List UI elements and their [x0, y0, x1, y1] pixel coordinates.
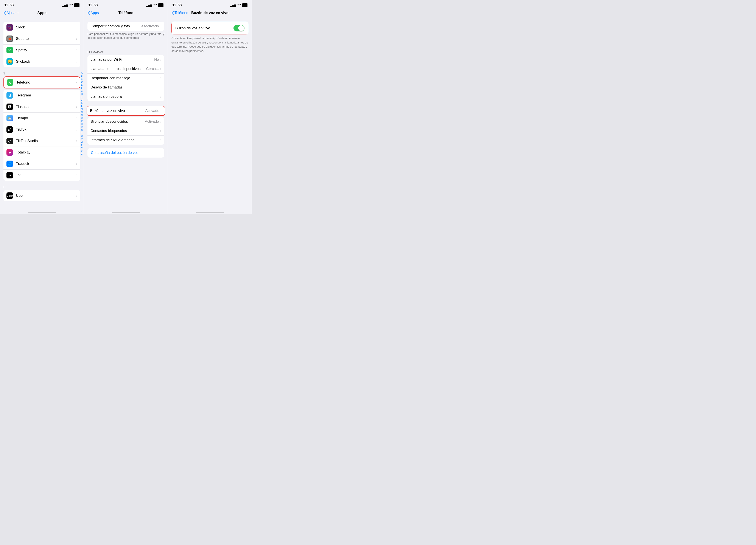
- list-item[interactable]: 🍎 Soporte ›: [3, 33, 80, 45]
- signal-icon-2: ▂▄▆: [146, 4, 152, 7]
- wifi-icon-2: [154, 3, 157, 7]
- list-item[interactable]: Informes de SMS/llamadas ›: [87, 136, 164, 145]
- otros-value: Cerca...: [146, 67, 159, 71]
- svg-rect-4: [8, 80, 12, 85]
- voicemail-label: Buzón de voz en vivo: [90, 109, 145, 113]
- share-item[interactable]: Compartir nombre y foto Desactivado ›: [87, 22, 164, 31]
- chevron-icon: ›: [76, 173, 77, 177]
- telefono-highlight: Teléfono ›: [3, 76, 80, 89]
- list-item[interactable]: Contactos bloqueados ›: [87, 126, 164, 136]
- bottom-padding: [84, 158, 168, 166]
- panel-1: 12:53 ▂▄▆ 96 Ajustes Apps: [0, 0, 84, 215]
- chevron-icon: ›: [161, 109, 162, 113]
- panel1-scroll[interactable]: Slack › 🍎 Soporte › Spotify: [0, 17, 84, 210]
- app-name: Uber: [16, 194, 76, 198]
- list-item[interactable]: Llamadas por Wi-Fi No ›: [87, 55, 164, 64]
- desvio: Desvío de llamadas: [90, 85, 160, 90]
- status-icons-3: ▂▄▆ 94: [230, 3, 247, 7]
- panel-3: 12:58 ▂▄▆ 94 Teléfono Buzón de voz en vi…: [168, 0, 252, 215]
- home-indicator-3: [168, 210, 252, 215]
- toggle-section: Buzón de voz en vivo Consulta en tiempo …: [168, 22, 252, 53]
- responder-mensaje: Responder con mensaje: [90, 76, 160, 80]
- voicemail-section: Buzón de voz en vivo Activado ›: [84, 106, 168, 116]
- telefono-icon: [7, 79, 13, 86]
- list-item[interactable]: 😊 Sticker.ly ›: [3, 56, 80, 67]
- list-item[interactable]: Uber Uber ›: [3, 190, 80, 201]
- wifi-icon: [70, 3, 73, 7]
- svg-point-3: [8, 48, 12, 52]
- app-name: Slack: [16, 25, 76, 30]
- list-item[interactable]: Responder con mensaje ›: [87, 74, 164, 83]
- home-indicator-2: [84, 210, 168, 215]
- nav-bar-3: Teléfono Buzón de voz en vivo: [168, 9, 252, 17]
- home-bar: [28, 212, 56, 213]
- signal-icon: ▂▄▆: [62, 4, 68, 7]
- app-name: Sticker.ly: [16, 59, 76, 64]
- chevron-icon: ›: [160, 138, 161, 142]
- app-name: Soporte: [16, 37, 76, 41]
- svg-rect-5: [8, 93, 12, 98]
- app-name: Teléfono: [16, 80, 76, 85]
- bottom-padding: [168, 53, 252, 62]
- list-item[interactable]: ▶ Totalplay ›: [3, 147, 80, 158]
- back-button-2[interactable]: Apps: [87, 11, 105, 15]
- list-item[interactable]: Desvío de llamadas ›: [87, 83, 164, 92]
- list-item[interactable]: TikTok ›: [3, 124, 80, 135]
- bottom-padding: [0, 201, 84, 210]
- voicemail-item[interactable]: Buzón de voz en vivo Activado ›: [87, 106, 165, 115]
- list-item[interactable]: Llamadas en otros dispositivos Cerca... …: [87, 64, 164, 74]
- svg-rect-0: [8, 25, 12, 29]
- u-apps-list: Uber Uber ›: [3, 190, 80, 201]
- wifi-icon-3: [238, 3, 241, 7]
- share-label: Compartir nombre y foto: [90, 24, 139, 28]
- chevron-icon: ›: [76, 48, 77, 52]
- list-item[interactable]: Silenciar desconocidos Activado ›: [87, 117, 164, 126]
- list-item[interactable]: Llamada en espera ›: [87, 92, 164, 101]
- tiktok-studio-icon: [6, 138, 13, 144]
- list-item[interactable]: ⛅ Tiempo ›: [3, 113, 80, 124]
- time-3: 12:58: [172, 3, 182, 7]
- soporte-icon: 🍎: [6, 36, 13, 42]
- list-item[interactable]: TikTok Studio ›: [3, 135, 80, 147]
- voicemail-value: Activado: [145, 109, 159, 113]
- list-item[interactable]: Threads ›: [3, 101, 80, 113]
- extra-settings-card: Silenciar desconocidos Activado › Contac…: [87, 117, 164, 145]
- list-item[interactable]: tv TV ›: [3, 170, 80, 181]
- panel-2: 12:58 ▂▄▆ 94 Apps Teléfono Compartir nom…: [84, 0, 168, 215]
- chevron-icon: ›: [76, 25, 77, 29]
- password-item[interactable]: Contraseña del buzón de voz: [87, 148, 164, 158]
- telefono-highlight-wrap: Teléfono ›: [3, 76, 80, 89]
- panel3-scroll[interactable]: Buzón de voz en vivo Consulta en tiempo …: [168, 17, 252, 210]
- list-item[interactable]: 🌐 Traducir ›: [3, 158, 80, 170]
- scroll-index[interactable]: A B C D E F G H I J K L M N Ñ O P Q R S …: [80, 72, 83, 156]
- status-icons-1: ▂▄▆ 96: [62, 3, 79, 7]
- status-bar-1: 12:53 ▂▄▆ 96: [0, 0, 84, 9]
- llamada-espera: Llamada en espera: [90, 95, 160, 99]
- back-button-1[interactable]: Ajustes: [3, 11, 21, 15]
- sms-label: Informes de SMS/llamadas: [90, 138, 160, 142]
- back-button-3[interactable]: Teléfono: [171, 11, 189, 15]
- share-section: Compartir nombre y foto Desactivado › Pa…: [84, 22, 168, 42]
- telegram-icon: [6, 92, 13, 99]
- list-item[interactable]: Telegram ›: [3, 90, 80, 101]
- panel2-scroll[interactable]: Compartir nombre y foto Desactivado › Pa…: [84, 17, 168, 210]
- toggle-switch[interactable]: [233, 25, 244, 31]
- status-bar-2: 12:58 ▂▄▆ 94: [84, 0, 168, 9]
- calls-card: Llamadas por Wi-Fi No › Llamadas en otro…: [87, 55, 164, 101]
- toggle-row[interactable]: Buzón de voz en vivo: [172, 22, 248, 34]
- chevron-left-icon: [3, 11, 6, 15]
- chevron-left-icon: [171, 11, 174, 15]
- chevron-icon: ›: [160, 24, 161, 28]
- section-s: Slack › 🍎 Soporte › Spotify: [0, 22, 84, 67]
- list-item[interactable]: Spotify ›: [3, 45, 80, 56]
- battery-1: 96: [74, 3, 79, 7]
- chevron-icon: ›: [160, 67, 161, 71]
- chevron-icon: ›: [76, 139, 77, 143]
- contacts-label: Contactos bloqueados: [90, 129, 160, 133]
- list-item-telefono[interactable]: Teléfono ›: [4, 77, 80, 88]
- tv-icon: tv: [6, 172, 13, 179]
- battery-2: 94: [158, 3, 163, 7]
- list-item[interactable]: Slack ›: [3, 22, 80, 33]
- tiktok-icon: [6, 126, 13, 133]
- wifi-value: No: [154, 58, 159, 62]
